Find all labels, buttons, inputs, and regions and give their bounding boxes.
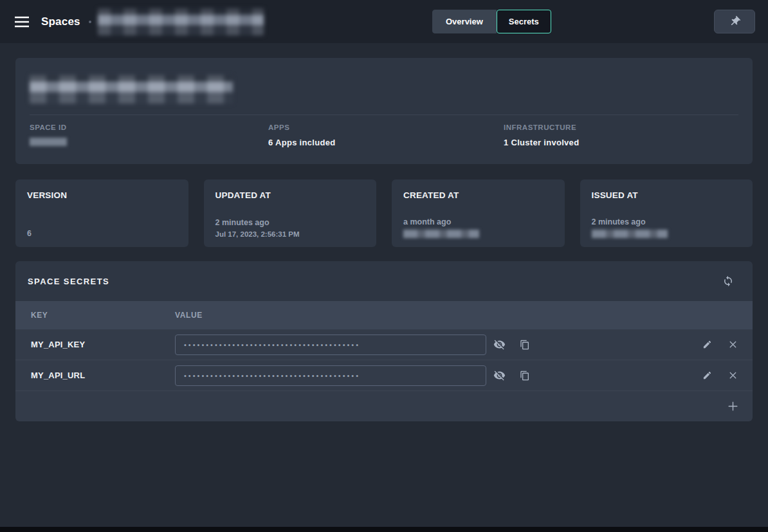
field-infrastructure: INFRASTRUCTURE 1 Cluster involved	[504, 124, 738, 147]
stat-body: 2 minutes ago	[592, 217, 742, 238]
pencil-icon	[702, 340, 712, 349]
secrets-table-header: KEY VALUE	[15, 301, 753, 329]
separator-dot-icon	[89, 21, 91, 23]
x-icon	[727, 370, 738, 381]
topbar: Spaces Overview Secrets	[0, 0, 768, 43]
redacted-space-title	[30, 75, 233, 104]
secret-value-input[interactable]	[175, 365, 486, 386]
stat-title: ISSUED AT	[592, 190, 742, 200]
stat-title: UPDATED AT	[215, 190, 365, 200]
infrastructure-value: 1 Cluster involved	[504, 138, 738, 147]
menu-icon	[14, 15, 30, 28]
stat-card-version: VERSION 6	[15, 179, 188, 247]
copy-icon	[520, 340, 530, 350]
apps-label: APPS	[268, 124, 504, 131]
space-overview-card: SPACE ID APPS 6 Apps included INFRASTRUC…	[15, 58, 753, 164]
copy-secret-button[interactable]	[517, 368, 533, 383]
tab-group: Overview Secrets	[432, 10, 551, 33]
column-header-key: KEY	[15, 311, 175, 320]
secret-value-input[interactable]	[175, 335, 486, 355]
secret-row-my-api-key: MY_API_KEY	[15, 329, 753, 360]
stat-card-issued-at: ISSUED AT 2 minutes ago	[580, 179, 753, 247]
secrets-header: SPACE SECRETS	[15, 261, 753, 301]
refresh-button[interactable]	[720, 273, 736, 289]
stat-card-updated-at: UPDATED AT 2 minutes ago Jul 17, 2023, 2…	[204, 179, 377, 247]
tab-secrets[interactable]: Secrets	[497, 10, 551, 33]
edit-secret-button[interactable]	[699, 337, 715, 353]
column-header-value: VALUE	[175, 311, 203, 320]
main-content: SPACE ID APPS 6 Apps included INFRASTRUC…	[0, 43, 768, 421]
add-secret-button[interactable]	[725, 399, 740, 414]
stat-relative-time: 2 minutes ago	[215, 218, 365, 227]
secrets-title: SPACE SECRETS	[28, 277, 109, 286]
redacted-space-name	[98, 8, 264, 35]
menu-button[interactable]	[13, 13, 31, 31]
space-fields: SPACE ID APPS 6 Apps included INFRASTRUC…	[30, 115, 738, 147]
eye-off-icon	[493, 369, 506, 381]
eye-off-icon	[493, 338, 506, 351]
stat-card-created-at: CREATED AT a month ago	[392, 179, 565, 247]
x-icon	[727, 339, 738, 350]
secret-row-my-api-url: MY_API_URL	[15, 360, 753, 391]
secrets-footer	[15, 391, 753, 421]
pencil-icon	[702, 371, 712, 380]
field-space-id: SPACE ID	[30, 124, 268, 147]
secret-key-label: MY_API_KEY	[15, 340, 175, 349]
space-secrets-panel: SPACE SECRETS KEY VALUE MY_API_KEY	[15, 261, 753, 421]
stat-relative-time: a month ago	[403, 217, 553, 226]
bottom-edge-strip	[0, 527, 768, 532]
redacted-created-timestamp	[403, 230, 479, 238]
app-title: Spaces	[41, 15, 80, 28]
refresh-icon	[722, 275, 734, 287]
field-apps: APPS 6 Apps included	[268, 124, 504, 147]
stat-value: 6	[27, 229, 177, 238]
copy-icon	[520, 371, 530, 381]
apps-value: 6 Apps included	[268, 138, 504, 147]
infrastructure-label: INFRASTRUCTURE	[504, 124, 738, 131]
redacted-space-id-value	[30, 138, 67, 146]
pin-icon	[729, 15, 741, 28]
delete-secret-button[interactable]	[725, 368, 740, 383]
reveal-secret-button[interactable]	[491, 337, 507, 353]
stat-title: VERSION	[27, 190, 177, 200]
stat-body: a month ago	[403, 217, 553, 238]
stat-timestamp: Jul 17, 2023, 2:56:31 PM	[215, 230, 365, 238]
reveal-secret-button[interactable]	[491, 368, 507, 383]
redacted-issued-timestamp	[592, 230, 668, 238]
delete-secret-button[interactable]	[725, 337, 740, 353]
stat-title: CREATED AT	[403, 190, 553, 200]
stat-body: 6	[27, 229, 177, 238]
pin-button[interactable]	[714, 10, 755, 33]
plus-icon	[727, 400, 739, 412]
copy-secret-button[interactable]	[517, 337, 533, 353]
stat-relative-time: 2 minutes ago	[592, 217, 742, 226]
stat-body: 2 minutes ago Jul 17, 2023, 2:56:31 PM	[215, 218, 365, 238]
edit-secret-button[interactable]	[699, 368, 715, 383]
tab-overview[interactable]: Overview	[432, 10, 497, 33]
stat-cards: VERSION 6 UPDATED AT 2 minutes ago Jul 1…	[15, 179, 753, 247]
secret-key-label: MY_API_URL	[15, 371, 175, 380]
space-id-label: SPACE ID	[30, 124, 268, 131]
